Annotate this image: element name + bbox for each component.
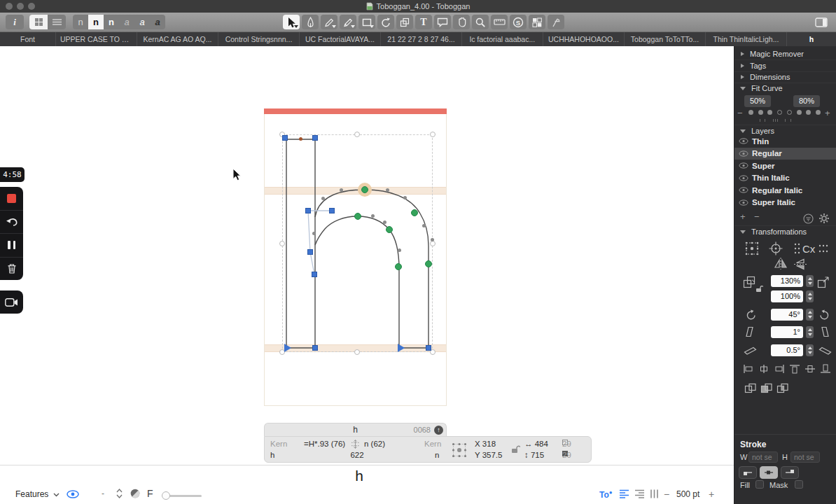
- text-tool-button[interactable]: T: [415, 15, 432, 29]
- stroke-h-field[interactable]: not se: [790, 451, 820, 463]
- layer-item-thin[interactable]: Thin: [734, 135, 836, 148]
- fit-curve-minus-button[interactable]: −: [737, 108, 743, 118]
- fit-curve-min-field[interactable]: 50%: [744, 95, 771, 107]
- layer-settings-gear-button[interactable]: [818, 213, 830, 225]
- zoom-out-button[interactable]: −: [664, 489, 669, 500]
- zoom-in-button[interactable]: +: [709, 489, 714, 500]
- primitives-tool-button[interactable]: [358, 15, 375, 29]
- tab-upper-case-to-h[interactable]: UPPER CASE TO H...: [56, 32, 137, 46]
- tab-lc-factorial-aaabac[interactable]: lc factorial aaabac...: [462, 32, 543, 46]
- offcurve-handle-node[interactable]: [321, 197, 325, 200]
- rotate-stepper[interactable]: [806, 309, 814, 321]
- metrics-keys-icon[interactable]: [350, 439, 361, 451]
- scale-y-field[interactable]: 100%: [771, 290, 803, 302]
- fit-curve-dot-2[interactable]: [767, 110, 772, 115]
- corner-node[interactable]: [312, 135, 318, 141]
- width-field[interactable]: ↔ 484: [524, 440, 548, 448]
- vertical-text-button[interactable]: [650, 489, 659, 500]
- layer-item-super-italic[interactable]: Super Italic: [734, 197, 836, 209]
- offcurve-handle-node[interactable]: [386, 188, 389, 192]
- annotation-tool-button[interactable]: [434, 15, 451, 29]
- y-position-field[interactable]: Y 357.5: [475, 451, 502, 459]
- stop-recording-button[interactable]: [0, 187, 23, 210]
- slant-field[interactable]: 0.5°: [771, 344, 803, 356]
- offcurve-handle-node[interactable]: [403, 196, 407, 200]
- kern-pair-value[interactable]: n (62): [364, 440, 385, 448]
- fit-curve-max-field[interactable]: 80%: [793, 95, 820, 107]
- zoom-level-field[interactable]: 500 pt: [676, 489, 699, 499]
- intersect-button[interactable]: [776, 383, 789, 396]
- selection-handle[interactable]: [430, 241, 436, 246]
- tab-control-stringsnnn[interactable]: Control Stringsnnn...: [218, 32, 300, 46]
- preview-slider-knob[interactable]: [162, 491, 170, 500]
- fit-curve-dot-6[interactable]: [806, 110, 811, 115]
- smooth-node[interactable]: [395, 263, 402, 270]
- slant-stepper[interactable]: [806, 344, 814, 356]
- slant-left-button[interactable]: [744, 346, 757, 356]
- panel-header-magic-remover[interactable]: Magic Remover: [734, 48, 836, 60]
- pencil-tool-button[interactable]: [321, 15, 337, 29]
- preview-style-3-button[interactable]: a: [119, 15, 134, 29]
- transform-origin-reference-button[interactable]: [768, 241, 783, 258]
- rotate-field[interactable]: 45°: [771, 309, 803, 321]
- transform-metrics-cx-button[interactable]: Cx: [793, 241, 830, 258]
- align-center-h-button[interactable]: [758, 364, 769, 375]
- fit-curve-header[interactable]: Fit Curve: [734, 83, 836, 94]
- tab-uchhahohoaoo[interactable]: UCHHAHOHOAOO...: [543, 32, 625, 46]
- stroke-align-center-button[interactable]: [760, 466, 778, 479]
- mask-checkbox[interactable]: [795, 480, 803, 489]
- edit-text-preview[interactable]: h: [347, 468, 371, 484]
- tab-toboggan-tototto[interactable]: Toboggan ToToTTo...: [625, 32, 706, 46]
- tab-21-22-27-2-8-27-46[interactable]: 21 22 27 2 8 27 46...: [381, 32, 462, 46]
- offcurve-handle-node[interactable]: [431, 238, 434, 241]
- hand-tool-button[interactable]: [453, 15, 470, 29]
- toggle-sidebar-button[interactable]: [812, 15, 830, 29]
- smooth-node[interactable]: [411, 209, 418, 216]
- anchor-dot[interactable]: [299, 137, 302, 141]
- x-position-field[interactable]: X 318: [475, 440, 496, 448]
- slant-right-button[interactable]: [818, 346, 832, 356]
- scale-down-icon[interactable]: [743, 276, 757, 290]
- layer-filter-button[interactable]: [803, 214, 814, 225]
- stroke-w-field[interactable]: not se: [748, 451, 778, 463]
- scale-y-stepper[interactable]: [806, 290, 814, 302]
- preview-eye-toggle[interactable]: [67, 490, 79, 500]
- tab-thin-thinitalicligh[interactable]: Thin ThinItalicLigh...: [706, 32, 787, 46]
- kerning-toggle[interactable]: To●: [599, 489, 613, 500]
- rotate-cw-button[interactable]: [818, 309, 830, 321]
- align-right-button[interactable]: [774, 364, 785, 375]
- align-left-button[interactable]: [743, 364, 754, 375]
- fit-curve-dot-5[interactable]: [797, 110, 802, 115]
- smooth-node[interactable]: [361, 186, 368, 193]
- path-start-node[interactable]: [284, 344, 291, 352]
- remove-layer-button[interactable]: −: [754, 211, 760, 222]
- corner-node[interactable]: [312, 272, 317, 277]
- corner-node[interactable]: [305, 208, 311, 214]
- list-view-button[interactable]: [48, 15, 66, 29]
- tab-h[interactable]: h: [787, 32, 836, 46]
- transform-origin-grid[interactable]: [451, 442, 468, 460]
- color-tool-button[interactable]: [529, 15, 545, 29]
- draw-tool-button[interactable]: [302, 15, 319, 29]
- align-right-button[interactable]: [634, 489, 645, 500]
- corner-node[interactable]: [312, 345, 318, 351]
- rotate-tool-button[interactable]: [377, 15, 394, 29]
- fit-curve-dot-7[interactable]: [816, 110, 821, 115]
- layer-item-regular[interactable]: Regular: [734, 148, 836, 160]
- offcurve-handle-node[interactable]: [422, 224, 426, 227]
- pen-tool-button[interactable]: [340, 15, 356, 29]
- offcurve-handle-node[interactable]: [371, 214, 375, 218]
- pause-recording-button[interactable]: [0, 233, 23, 257]
- fit-curve-dot-1[interactable]: [758, 110, 763, 115]
- rotate-ccw-button[interactable]: [746, 309, 757, 321]
- camera-button[interactable]: [0, 290, 23, 314]
- path-start-node[interactable]: [398, 344, 405, 352]
- subtract-button[interactable]: [760, 383, 773, 396]
- preview-style-5-button[interactable]: a: [150, 15, 165, 29]
- offcurve-handle-node[interactable]: [383, 220, 386, 224]
- fit-curve-dot-3[interactable]: [777, 110, 782, 115]
- corner-node[interactable]: [307, 249, 313, 255]
- tab-kernac-ag-ao-aq[interactable]: KernAC AG AO AQ...: [137, 32, 218, 46]
- tab-uc-factorialavaya[interactable]: UC FactorialAVAYA...: [300, 32, 381, 46]
- kern-formula-field[interactable]: =H*.93 (76): [304, 440, 345, 448]
